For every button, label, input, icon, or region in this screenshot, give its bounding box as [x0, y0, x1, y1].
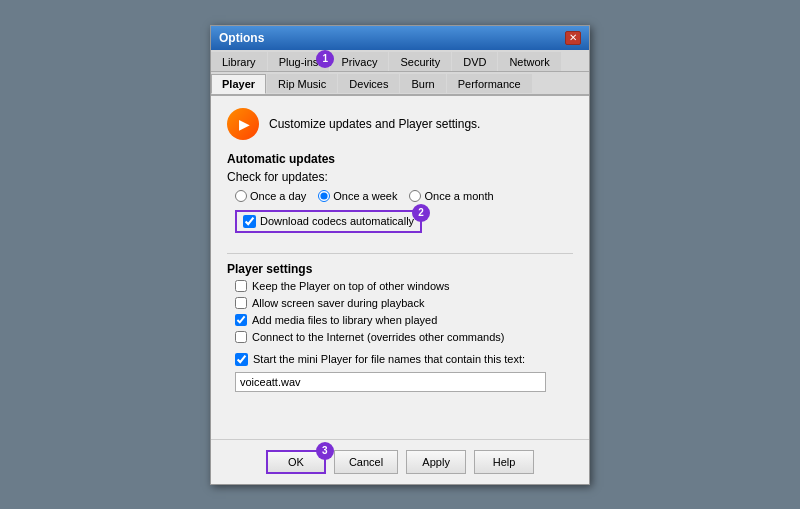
once-a-week-radio[interactable]: [318, 190, 330, 202]
mini-player-label: Start the mini Player for file names tha…: [253, 353, 525, 365]
player-icon: [227, 108, 259, 140]
automatic-updates-title: Automatic updates: [227, 152, 573, 166]
tabs-row2: Player Rip Music Devices Burn Performanc…: [211, 72, 589, 96]
allow-screen-saver-checkbox[interactable]: [235, 297, 247, 309]
keep-on-top-label: Keep the Player on top of other windows: [252, 280, 450, 292]
once-a-month-option[interactable]: Once a month: [409, 190, 493, 202]
once-a-month-radio[interactable]: [409, 190, 421, 202]
add-media-files-checkbox[interactable]: [235, 314, 247, 326]
download-codecs-checkbox[interactable]: [243, 215, 256, 228]
mini-player-checkbox[interactable]: [235, 353, 248, 366]
badge-3: 3: [316, 442, 334, 460]
dialog-footer: OK 3 Cancel Apply Help: [211, 439, 589, 484]
player-settings-section: Player settings Keep the Player on top o…: [227, 262, 573, 343]
keep-on-top-checkbox[interactable]: [235, 280, 247, 292]
keep-on-top-row: Keep the Player on top of other windows: [227, 280, 573, 292]
tab-network[interactable]: Network: [498, 52, 560, 71]
tab-library[interactable]: Library: [211, 52, 267, 71]
once-a-week-label: Once a week: [333, 190, 397, 202]
connect-internet-label: Connect to the Internet (overrides other…: [252, 331, 505, 343]
header-text: Customize updates and Player settings.: [269, 117, 480, 131]
tab-devices[interactable]: Devices: [338, 74, 399, 93]
options-dialog: Options ✕ Library Plug-ins 1 Privacy Sec…: [210, 25, 590, 485]
mini-player-text-input[interactable]: [235, 372, 546, 392]
check-for-updates-label: Check for updates:: [227, 170, 573, 184]
cancel-button[interactable]: Cancel: [334, 450, 398, 474]
tab-performance[interactable]: Performance: [447, 74, 532, 93]
once-a-day-label: Once a day: [250, 190, 306, 202]
download-codecs-label: Download codecs automatically: [260, 215, 414, 227]
once-a-month-label: Once a month: [424, 190, 493, 202]
close-button[interactable]: ✕: [565, 31, 581, 45]
tab-player[interactable]: Player: [211, 74, 266, 94]
add-media-files-row: Add media files to library when played: [227, 314, 573, 326]
help-button[interactable]: Help: [474, 450, 534, 474]
header-row: Customize updates and Player settings.: [227, 108, 573, 140]
mini-player-section: Start the mini Player for file names tha…: [227, 353, 573, 392]
tab-burn[interactable]: Burn: [400, 74, 445, 93]
apply-button[interactable]: Apply: [406, 450, 466, 474]
once-a-week-option[interactable]: Once a week: [318, 190, 397, 202]
once-a-day-option[interactable]: Once a day: [235, 190, 306, 202]
content-area: Customize updates and Player settings. A…: [211, 96, 589, 439]
once-a-day-radio[interactable]: [235, 190, 247, 202]
badge-1: 1: [316, 50, 334, 68]
allow-screen-saver-label: Allow screen saver during playback: [252, 297, 424, 309]
player-settings-title: Player settings: [227, 262, 573, 276]
update-frequency-group: Once a day Once a week Once a month: [227, 190, 573, 202]
badge-2: 2: [412, 204, 430, 222]
divider: [227, 253, 573, 254]
download-codecs-highlighted-box: Download codecs automatically 2: [235, 210, 422, 233]
tab-rip-music[interactable]: Rip Music: [267, 74, 337, 93]
dialog-title: Options: [219, 31, 264, 45]
tab-security[interactable]: Security: [389, 52, 451, 71]
tab-privacy[interactable]: Privacy: [330, 52, 388, 71]
tabs-row1: Library Plug-ins 1 Privacy Security DVD …: [211, 50, 589, 72]
automatic-updates-section: Automatic updates Check for updates: Onc…: [227, 152, 573, 245]
connect-internet-checkbox[interactable]: [235, 331, 247, 343]
allow-screen-saver-row: Allow screen saver during playback: [227, 297, 573, 309]
add-media-files-label: Add media files to library when played: [252, 314, 437, 326]
connect-internet-row: Connect to the Internet (overrides other…: [227, 331, 573, 343]
mini-player-checkbox-row: Start the mini Player for file names tha…: [227, 353, 573, 366]
tab-dvd[interactable]: DVD: [452, 52, 497, 71]
title-bar: Options ✕: [211, 26, 589, 50]
